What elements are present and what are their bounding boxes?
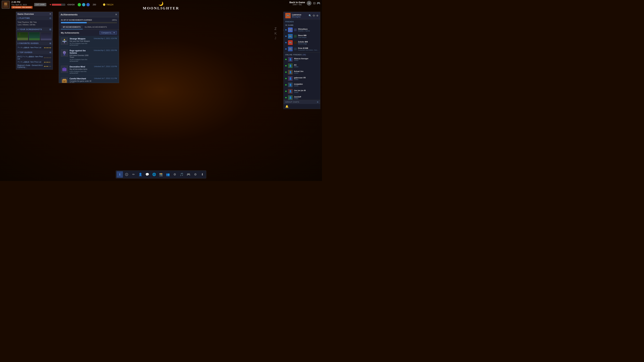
- taskbar-info-button[interactable]: ℹ: [116, 171, 123, 178]
- screenshots-section-header: ≡ YOUR SCREENSHOTS ⊞: [16, 27, 53, 31]
- friend-game-icon-zulubo: [294, 41, 297, 44]
- minimize-icon[interactable]: ⊟: [313, 1, 316, 5]
- achievement-item-1[interactable]: Strange Weapon Get your first Trick Weap…: [59, 36, 119, 48]
- ach-unlock-date-4: Unlocked Jul 7, 2018, 5:11 PM: [94, 78, 117, 79]
- taskbar-browser-button[interactable]: 🌐: [151, 171, 157, 178]
- back-to-game-label: Back to Game: [290, 1, 305, 4]
- svg-rect-5: [5, 5, 6, 6]
- friend-name-shinyklaxx: ShinykIaxx: [298, 28, 318, 30]
- back-to-game-btn[interactable]: Back to Game (Shift + Tab): [290, 1, 305, 6]
- friends-username: Lawrence: [292, 14, 301, 16]
- friend-avatar-ac: 👤: [288, 64, 293, 68]
- friend-name-drew: Drew ✿ ✿✿: [298, 47, 318, 49]
- tab-global-achievements[interactable]: GLOBAL ACHIEVEMENTS: [83, 25, 109, 29]
- ach-progress-fill: [61, 22, 87, 23]
- taskbar-friends-button[interactable]: 👥: [165, 171, 171, 178]
- mana-number: 250: [93, 4, 96, 6]
- ach-rarity-2: 16.5% of players have this achievement: [70, 59, 92, 62]
- back-to-game-hint: (Shift + Tab): [293, 4, 302, 6]
- ach-unlock-date-2: Unlocked Apr 2, 2023, 3:55 PM: [94, 50, 117, 51]
- screenshot-2[interactable]: [29, 32, 40, 40]
- compare-to-button[interactable]: Compare to... ▼: [100, 31, 117, 34]
- date-display: Tue, April 25, 2023: [12, 4, 32, 6]
- status-dot-actual-jon: [285, 72, 286, 73]
- friend-status-shinyklaxx: Destiny 2, Hymne: [298, 30, 318, 32]
- achievement-item-4[interactable]: Careful Merchant Complete the game under…: [59, 76, 119, 83]
- friend-status-steve: Core Keeper: [298, 36, 318, 38]
- hp-bar: [52, 4, 65, 6]
- friend-status-zulubo: Mirror's Edge: [298, 43, 318, 44]
- friend-steve[interactable]: 🎮 Steve ✿✿ Core Keeper: [284, 33, 320, 40]
- playtime-expand[interactable]: ⊙: [49, 17, 51, 20]
- friend-abacus-avenger[interactable]: 👤 Abacus Avenger Online: [284, 56, 320, 62]
- friend-shinyklaxx[interactable]: 🎮 ShinykIaxx Destiny 2, Hymne: [284, 27, 320, 33]
- friend-ironjaiden[interactable]: 👤 ironjaiden Online: [284, 82, 320, 88]
- favorite-guide-item[interactable]: アイテム価格表 / Item Price List ★★★★★: [18, 46, 51, 50]
- friend-gaberowe[interactable]: 👤 gaberowe VR Online: [284, 75, 320, 82]
- tab-my-achievements[interactable]: MY ACHIEVEMENTS: [61, 25, 83, 29]
- screenshot-1[interactable]: [17, 32, 28, 40]
- friend-joe[interactable]: 👤 Joe joe joe ✿ Online: [284, 88, 320, 94]
- ach-rarity-1: 16.7% of players have this achievement: [70, 42, 92, 46]
- status-dot-steve: [285, 36, 286, 37]
- friends-search-icon[interactable]: 🔍: [308, 14, 312, 17]
- ach-tabs: MY ACHIEVEMENTS GLOBAL ACHIEVEMENTS: [59, 25, 119, 30]
- top-guides-expand[interactable]: ⊕: [49, 51, 51, 54]
- taskbar-settings-button[interactable]: ⚙: [192, 171, 198, 178]
- taskbar-screenshots-button[interactable]: 📸: [158, 171, 164, 178]
- group-chats-section[interactable]: GROUP CHATS ⊕: [284, 100, 320, 104]
- friend-actual-jon[interactable]: 👤 Actual Jon Online: [284, 69, 320, 75]
- friends-header-actions: 🔍 ➕ ⚙: [308, 14, 318, 17]
- favorite-guides-expand[interactable]: ⊕: [49, 42, 51, 44]
- ach-info-4: Careful Merchant Complete the game under…: [70, 78, 92, 83]
- top-guides-section-header: ≡ TOP GUIDES ⊕: [16, 50, 53, 54]
- taskbar-controller-button[interactable]: ⚙: [172, 171, 178, 178]
- friend-justjeff[interactable]: 👤 JustJeff Online: [284, 94, 320, 100]
- screenshots-title: ≡ YOUR SCREENSHOTS: [18, 28, 42, 30]
- taskbar-store-button[interactable]: S: [124, 171, 130, 178]
- taskbar-downloads-button[interactable]: ⬇: [199, 171, 206, 178]
- top-right-icons: ⊟ 🎮: [313, 1, 320, 5]
- ach-desc-1: Get your first Trick Weapon: [70, 40, 92, 42]
- friend-avatar-drew: 🎮: [288, 47, 293, 51]
- friend-zulubo[interactable]: 🎮 Zulubo ✿✿ Mirror's Edge: [284, 40, 320, 46]
- achievement-item-3[interactable]: Decorative Mind Buy all decorative items…: [59, 64, 119, 76]
- ach-unlock-date-1: Unlocked Apr 2, 2023, 4:34 PM: [94, 38, 117, 40]
- screenshot-3[interactable]: [40, 32, 52, 40]
- playtime-title: ≡ PLAYTIME: [18, 17, 30, 19]
- friend-info-steve: Steve ✿✿ Core Keeper: [298, 34, 318, 38]
- friends-panel: 🎮 Lawrence Moonlighter 🔍 ➕ ⚙ FRIENDS In …: [284, 12, 320, 109]
- achievement-item-2[interactable]: Rage against the Golems Kill Golem Enemi…: [59, 48, 119, 64]
- status-dot-joe: [285, 90, 286, 92]
- friend-ac[interactable]: 👤 AC Online: [284, 62, 320, 69]
- friend-drew[interactable]: 🎮 Drew ✿ ✿✿ Rocksmith® 2014 Edition - Re…: [284, 46, 320, 52]
- taskbar-chat-button[interactable]: 💬: [144, 171, 150, 178]
- orb-blue: [86, 3, 90, 6]
- friend-avatar-zulubo: 🎮: [288, 40, 293, 45]
- last2w-playtime-row: Last 2 Weeks: 3.8 hrs: [18, 24, 51, 26]
- playtime-content: Total Playtime: 56.7 hrs Last 2 Weeks: 3…: [16, 20, 53, 27]
- friend-info-justjeff: JustJeff Online: [294, 96, 318, 100]
- friends-settings-icon[interactable]: ⚙: [316, 14, 318, 17]
- top-guide-item-2[interactable]: アイテム価格表 / Item Price List ★★★★☆: [18, 60, 51, 64]
- taskbar-profile-button[interactable]: 👤: [137, 171, 144, 178]
- game-overview-titlebar: Game Overview ✕: [16, 12, 53, 16]
- close-overlay-button[interactable]: ✕: [307, 1, 312, 6]
- friends-add-icon[interactable]: ➕: [312, 14, 315, 17]
- last2w-playtime-value: 3.8 hrs: [30, 24, 36, 26]
- exit-game-button[interactable]: EXIT GAME: [34, 3, 46, 6]
- total-playtime-value: 56.7 hrs: [30, 21, 37, 23]
- taskbar-pencil-button[interactable]: ✏: [130, 171, 137, 178]
- ach-info-2: Rage against the Golems Kill Golem Enemi…: [70, 50, 92, 62]
- top-guide-item-1[interactable]: [DLC] アイテム価格表 / Item Price List ☆☆☆☆☆: [18, 55, 51, 60]
- taskbar-music-button[interactable]: 🎵: [178, 171, 185, 178]
- game-overview-title: Game Overview: [18, 13, 34, 15]
- svg-text:S: S: [126, 174, 127, 176]
- friend-info-actual-jon: Actual Jon Online: [294, 70, 318, 74]
- screenshots-expand[interactable]: ⊞: [49, 28, 51, 31]
- game-overview-close[interactable]: ✕: [49, 12, 51, 15]
- ach-name-1: Strange Weapon: [70, 38, 92, 40]
- top-guide-item-3[interactable]: Beginner's Guide - General Info & Explai…: [18, 64, 51, 69]
- achievements-close[interactable]: ✕: [115, 13, 117, 16]
- taskbar-gamepad-button[interactable]: 🎮: [185, 171, 192, 178]
